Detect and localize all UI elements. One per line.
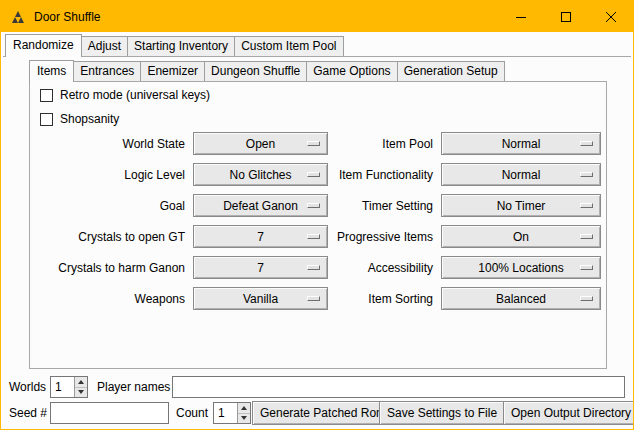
weapons-label: Weapons [40,292,185,306]
timer-setting-value: No Timer [497,199,546,213]
dropdown-indicator-icon [580,234,593,239]
main-tab-bar: Randomize Adjust Starting Inventory Cust… [5,34,344,57]
tab-adjust[interactable]: Adjust [81,36,128,56]
worlds-input[interactable] [51,377,74,397]
items-pane: Retro mode (universal keys) Shopsanity W… [29,81,607,369]
progressive-items-dropdown[interactable]: On [441,225,601,248]
generate-patched-rom-button[interactable]: Generate Patched Rom [252,401,394,425]
item-pool-dropdown[interactable]: Normal [441,132,601,155]
dropdown-indicator-icon [580,265,593,270]
app-icon [10,9,26,25]
options-grid: World State Open Item Pool Normal Logic … [40,128,601,314]
subtab-generation-setup[interactable]: Generation Setup [397,61,505,81]
crystals-ganon-label: Crystals to harm Ganon [40,261,185,275]
window-controls [498,1,633,32]
crystals-gt-label: Crystals to open GT [40,230,185,244]
dropdown-indicator-icon [580,296,593,301]
save-settings-button[interactable]: Save Settings to File [379,401,505,425]
shopsanity-checkbox-row[interactable]: Shopsanity [40,111,119,127]
subtab-enemizer[interactable]: Enemizer [140,61,205,81]
crystals-ganon-dropdown[interactable]: 7 [193,256,328,279]
subtab-dungeon-shuffle[interactable]: Dungeon Shuffle [204,61,307,81]
timer-setting-dropdown[interactable]: No Timer [441,194,601,217]
seed-input[interactable] [50,402,169,424]
subtab-game-options[interactable]: Game Options [306,61,397,81]
retro-mode-label: Retro mode (universal keys) [60,88,210,102]
options-row: Weapons Vanilla Item Sorting Balanced [40,283,601,314]
open-output-directory-button[interactable]: Open Output Directory [503,401,634,425]
accessibility-value: 100% Locations [478,261,563,275]
item-sorting-label: Item Sorting [328,292,433,306]
minimize-button[interactable] [498,1,543,32]
spin-down-icon[interactable] [75,387,87,398]
subtab-items[interactable]: Items [29,60,74,82]
close-button[interactable] [588,1,633,32]
retro-mode-checkbox [40,89,53,102]
item-functionality-label: Item Functionality [328,168,433,182]
dropdown-indicator-icon [580,141,593,146]
shopsanity-label: Shopsanity [60,112,119,126]
options-row: Crystals to harm Ganon 7 Accessibility 1… [40,252,601,283]
maximize-button[interactable] [543,1,588,32]
crystals-gt-dropdown[interactable]: 7 [193,225,328,248]
shopsanity-checkbox [40,113,53,126]
weapons-dropdown[interactable]: Vanilla [193,287,328,310]
goal-label: Goal [40,199,185,213]
count-label: Count [176,402,208,424]
logic-level-dropdown[interactable]: No Glitches [193,163,328,186]
worlds-label: Worlds [9,376,46,398]
progressive-items-value: On [513,230,529,244]
dropdown-indicator-icon [307,172,320,177]
world-state-value: Open [246,137,275,151]
count-spinbox [213,402,251,424]
player-names-input[interactable] [172,376,625,398]
spin-up-icon[interactable] [75,377,87,387]
goal-dropdown[interactable]: Defeat Ganon [193,194,328,217]
subtab-entrances[interactable]: Entrances [73,61,141,81]
options-row: Crystals to open GT 7 Progressive Items … [40,221,601,252]
dropdown-indicator-icon [307,141,320,146]
dropdown-indicator-icon [580,203,593,208]
world-state-dropdown[interactable]: Open [193,132,328,155]
dropdown-indicator-icon [307,234,320,239]
accessibility-label: Accessibility [328,261,433,275]
crystals-ganon-value: 7 [257,261,264,275]
options-row: World State Open Item Pool Normal [40,128,601,159]
item-pool-label: Item Pool [328,137,433,151]
timer-setting-label: Timer Setting [328,199,433,213]
sub-tab-bar: Items Entrances Enemizer Dungeon Shuffle… [29,60,505,82]
logic-level-value: No Glitches [229,168,291,182]
seed-label: Seed # [9,402,47,424]
accessibility-dropdown[interactable]: 100% Locations [441,256,601,279]
tab-custom-item-pool[interactable]: Custom Item Pool [234,36,343,56]
world-state-label: World State [40,137,185,151]
dropdown-indicator-icon [307,265,320,270]
worlds-spinbox [50,376,88,398]
item-sorting-value: Balanced [496,292,546,306]
item-functionality-value: Normal [502,168,541,182]
item-functionality-dropdown[interactable]: Normal [441,163,601,186]
dropdown-indicator-icon [580,172,593,177]
item-sorting-dropdown[interactable]: Balanced [441,287,601,310]
dropdown-indicator-icon [307,296,320,301]
worlds-spin-arrows [74,377,87,397]
dropdown-indicator-icon [307,203,320,208]
logic-level-label: Logic Level [40,168,185,182]
options-row: Goal Defeat Ganon Timer Setting No Timer [40,190,601,221]
item-pool-value: Normal [502,137,541,151]
options-row: Logic Level No Glitches Item Functionali… [40,159,601,190]
titlebar[interactable]: Door Shuffle [1,1,633,32]
window-title: Door Shuffle [34,10,101,24]
crystals-gt-value: 7 [257,230,264,244]
tab-randomize[interactable]: Randomize [5,34,82,57]
progressive-items-label: Progressive Items [328,230,433,244]
spin-down-icon[interactable] [238,413,250,424]
count-input[interactable] [214,403,237,423]
app-window: Door Shuffle Randomize Adjust Starting I… [0,0,634,430]
goal-value: Defeat Ganon [223,199,298,213]
spin-up-icon[interactable] [238,403,250,413]
retro-mode-checkbox-row[interactable]: Retro mode (universal keys) [40,87,210,103]
player-names-label: Player names [97,376,170,398]
count-spin-arrows [237,403,250,423]
tab-starting-inventory[interactable]: Starting Inventory [127,36,235,56]
